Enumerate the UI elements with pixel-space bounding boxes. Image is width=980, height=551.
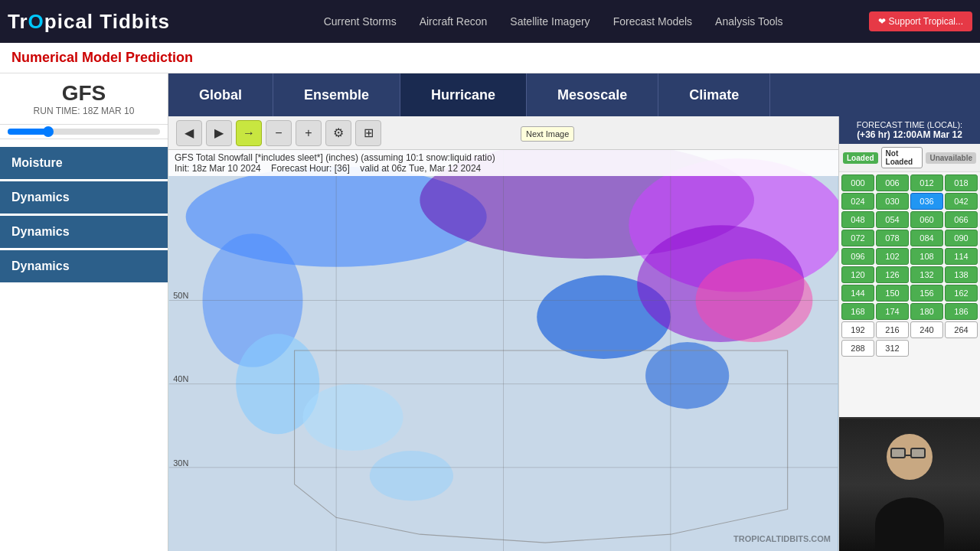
time-btn-186[interactable]: 186 — [945, 303, 978, 320]
svg-point-9 — [303, 384, 403, 451]
map-init: Init: 18z Mar 10 2024 — [175, 163, 261, 174]
time-btn-102[interactable]: 102 — [876, 248, 909, 265]
progress-bar-container — [0, 125, 168, 139]
nav-forecast-models[interactable]: Forecast Models — [613, 15, 692, 28]
page-title: Numerical Model Prediction — [11, 50, 193, 66]
forecast-header: FORECAST TIME (LOCAL): (+36 hr) 12:00AM … — [839, 116, 980, 144]
right-panel: FORECAST TIME (LOCAL): (+36 hr) 12:00AM … — [838, 116, 980, 551]
time-btn-312[interactable]: 312 — [876, 340, 909, 357]
tab-bar: Global Ensemble Hurricane Mesoscale Clim… — [168, 73, 980, 116]
nav-aircraft-recon[interactable]: Aircraft Recon — [420, 15, 488, 28]
progress-bar-fill — [8, 129, 46, 135]
sidebar-item-moisture[interactable]: Moisture — [0, 147, 168, 179]
header: TrOpical Tidbits Current Storms Aircraft… — [0, 0, 980, 43]
time-btn-240[interactable]: 240 — [910, 321, 943, 338]
play-button[interactable]: ▶ — [206, 120, 232, 146]
left-panel: GFS RUN TIME: 18Z MAR 10 Moisture Dynami… — [0, 73, 168, 551]
prev-button[interactable]: ◀ — [176, 120, 202, 146]
time-btn-090[interactable]: 090 — [945, 230, 978, 246]
svg-point-11 — [645, 342, 729, 409]
time-btn-084[interactable]: 084 — [910, 230, 943, 246]
next-button[interactable]: → — [236, 120, 262, 146]
time-btn-024[interactable]: 024 — [841, 193, 874, 210]
time-btn-042[interactable]: 042 — [945, 193, 978, 210]
tab-ensemble[interactable]: Ensemble — [273, 73, 400, 116]
time-btn-156[interactable]: 156 — [910, 285, 943, 302]
time-btn-048[interactable]: 048 — [841, 211, 874, 228]
plus-button[interactable]: + — [296, 120, 322, 146]
logo-text: TrOpical Tidbits — [8, 10, 170, 34]
forecast-time-display: (+36 hr) 12:00AM Mar 12 — [845, 129, 974, 140]
support-button[interactable]: ❤ Support Tropical... — [869, 11, 972, 31]
map-area[interactable]: GFS Total Snowfall [*includes sleet*] (i… — [168, 150, 838, 551]
legend-row: Loaded Not Loaded Unavailable — [839, 144, 980, 172]
minus-button[interactable]: − — [266, 120, 292, 146]
nav-satellite[interactable]: Satellite Imagery — [510, 15, 590, 28]
sidebar-item-dynamics1[interactable]: Dynamics — [0, 181, 168, 214]
nav-links: Current Storms Aircraft Recon Satellite … — [237, 15, 869, 28]
time-btn-192[interactable]: 192 — [841, 321, 874, 338]
forecast-header-label: FORECAST TIME (LOCAL): — [845, 120, 974, 129]
time-btn-138[interactable]: 138 — [945, 266, 978, 283]
time-btn-066[interactable]: 066 — [945, 211, 978, 228]
settings-button[interactable]: ⚙ — [325, 120, 351, 146]
time-btn-018[interactable]: 018 — [945, 174, 978, 191]
svg-text:40N: 40N — [173, 374, 188, 383]
nav-current-storms[interactable]: Current Storms — [324, 15, 397, 28]
time-btn-168[interactable]: 168 — [841, 303, 874, 320]
time-btn-132[interactable]: 132 — [910, 266, 943, 283]
sub-header: Numerical Model Prediction — [0, 43, 980, 73]
map-watermark: TROPICALTIDBITS.COM — [733, 534, 831, 543]
webcam-overlay — [838, 417, 980, 551]
map-title: GFS Total Snowfall [*includes sleet*] (i… — [175, 152, 495, 163]
time-btn-060[interactable]: 060 — [910, 211, 943, 228]
time-btn-072[interactable]: 072 — [841, 230, 874, 246]
webcam-person — [838, 419, 980, 551]
time-btn-126[interactable]: 126 — [876, 266, 909, 283]
map-info-bar: GFS Total Snowfall [*includes sleet*] (i… — [168, 150, 838, 176]
tab-climate[interactable]: Climate — [658, 73, 770, 116]
grid-button[interactable]: ⊞ — [355, 120, 381, 146]
time-btn-096[interactable]: 096 — [841, 248, 874, 265]
time-btn-054[interactable]: 054 — [876, 211, 909, 228]
time-btn-162[interactable]: 162 — [945, 285, 978, 302]
time-btn-114[interactable]: 114 — [945, 248, 978, 265]
legend-not-loaded: Not Loaded — [881, 147, 923, 168]
time-btn-174[interactable]: 174 — [876, 303, 909, 320]
gfs-model-label: GFS — [8, 81, 160, 106]
legend-loaded: Loaded — [843, 152, 878, 164]
time-btn-000[interactable]: 000 — [841, 174, 874, 191]
time-btn-120[interactable]: 120 — [841, 266, 874, 283]
progress-bar-track[interactable] — [8, 129, 160, 135]
time-buttons-grid: 0000060120180240300360420480540600660720… — [839, 172, 980, 359]
time-btn-108[interactable]: 108 — [910, 248, 943, 265]
time-btn-078[interactable]: 078 — [876, 230, 909, 246]
nav-analysis-tools[interactable]: Analysis Tools — [715, 15, 782, 28]
sidebar-categories: Moisture Dynamics Dynamics Dynamics — [0, 139, 168, 551]
map-forecast-hour: Forecast Hour: [36] — [271, 163, 350, 174]
time-btn-216[interactable]: 216 — [876, 321, 909, 338]
logo-highlight: O — [28, 10, 44, 33]
svg-text:50N: 50N — [173, 291, 188, 300]
tab-mesoscale[interactable]: Mesoscale — [527, 73, 658, 116]
time-btn-180[interactable]: 180 — [910, 303, 943, 320]
tooltip-next-image: Next Image — [521, 126, 574, 142]
webcam-glasses — [890, 448, 929, 459]
sidebar-item-dynamics2[interactable]: Dynamics — [0, 216, 168, 248]
progress-bar-handle[interactable] — [43, 126, 54, 137]
sidebar-item-dynamics3[interactable]: Dynamics — [0, 250, 168, 282]
svg-text:30N: 30N — [173, 458, 188, 468]
time-btn-012[interactable]: 012 — [910, 174, 943, 191]
tab-global[interactable]: Global — [168, 73, 273, 116]
tab-hurricane[interactable]: Hurricane — [400, 73, 527, 116]
time-btn-288[interactable]: 288 — [841, 340, 874, 357]
time-btn-006[interactable]: 006 — [876, 174, 909, 191]
time-btn-150[interactable]: 150 — [876, 285, 909, 302]
gfs-title-area: GFS RUN TIME: 18Z MAR 10 — [0, 73, 168, 125]
time-btn-144[interactable]: 144 — [841, 285, 874, 302]
time-btn-264[interactable]: 264 — [945, 321, 978, 338]
time-btn-036[interactable]: 036 — [910, 193, 943, 210]
webcam-body — [875, 497, 944, 551]
time-btn-030[interactable]: 030 — [876, 193, 909, 210]
map-image: 50N 40N 30N TROPICALTIDBITS.COM — [168, 150, 838, 551]
